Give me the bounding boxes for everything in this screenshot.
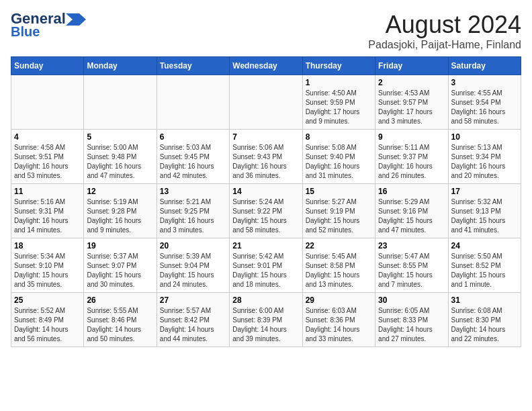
calendar-cell: 22Sunrise: 5:45 AM Sunset: 8:58 PM Dayli…	[302, 238, 375, 293]
col-monday: Monday	[84, 57, 157, 75]
day-number: 2	[378, 78, 445, 87]
calendar-cell: 26Sunrise: 5:55 AM Sunset: 8:46 PM Dayli…	[84, 293, 157, 347]
logo-arrow-icon	[66, 13, 86, 26]
day-info: Sunrise: 5:29 AM Sunset: 9:16 PM Dayligh…	[378, 197, 445, 235]
day-number: 22	[306, 241, 372, 250]
calendar-week-1: 4Sunrise: 4:58 AM Sunset: 9:51 PM Daylig…	[11, 130, 521, 184]
day-number: 15	[306, 187, 372, 196]
calendar-cell: 30Sunrise: 6:05 AM Sunset: 8:33 PM Dayli…	[375, 293, 448, 347]
day-info: Sunrise: 4:58 AM Sunset: 9:51 PM Dayligh…	[14, 143, 81, 181]
calendar-week-4: 25Sunrise: 5:52 AM Sunset: 8:49 PM Dayli…	[11, 293, 521, 347]
day-info: Sunrise: 5:24 AM Sunset: 9:22 PM Dayligh…	[232, 197, 299, 235]
day-number: 26	[87, 295, 153, 305]
calendar-table: Sunday Monday Tuesday Wednesday Thursday…	[11, 56, 521, 347]
day-info: Sunrise: 5:11 AM Sunset: 9:37 PM Dayligh…	[378, 143, 445, 181]
day-info: Sunrise: 5:00 AM Sunset: 9:48 PM Dayligh…	[87, 143, 153, 181]
day-number: 29	[306, 295, 372, 305]
day-info: Sunrise: 4:50 AM Sunset: 9:59 PM Dayligh…	[306, 89, 372, 126]
col-tuesday: Tuesday	[157, 57, 229, 75]
day-number: 9	[378, 132, 445, 142]
calendar-week-2: 11Sunrise: 5:16 AM Sunset: 9:31 PM Dayli…	[11, 184, 521, 238]
calendar-cell: 25Sunrise: 5:52 AM Sunset: 8:49 PM Dayli…	[11, 293, 84, 347]
col-wednesday: Wednesday	[230, 57, 302, 75]
calendar-cell	[157, 75, 229, 130]
day-number: 7	[232, 132, 299, 142]
title-block: August 2024 Padasjoki, Paijat-Hame, Finl…	[368, 11, 521, 51]
day-number: 8	[306, 132, 372, 142]
calendar-cell: 28Sunrise: 6:00 AM Sunset: 8:39 PM Dayli…	[230, 293, 302, 347]
calendar-cell	[84, 75, 157, 130]
day-number: 27	[160, 295, 226, 305]
calendar-cell: 21Sunrise: 5:42 AM Sunset: 9:01 PM Dayli…	[230, 238, 302, 293]
day-number: 20	[160, 241, 226, 250]
day-info: Sunrise: 5:03 AM Sunset: 9:45 PM Dayligh…	[160, 143, 226, 181]
day-number: 23	[378, 241, 445, 250]
calendar-cell: 17Sunrise: 5:32 AM Sunset: 9:13 PM Dayli…	[448, 184, 521, 238]
day-number: 12	[87, 187, 153, 196]
day-info: Sunrise: 4:53 AM Sunset: 9:57 PM Dayligh…	[378, 89, 445, 126]
calendar-cell: 15Sunrise: 5:27 AM Sunset: 9:19 PM Dayli…	[302, 184, 375, 238]
day-info: Sunrise: 6:08 AM Sunset: 8:30 PM Dayligh…	[451, 306, 518, 344]
day-number: 31	[451, 295, 518, 305]
calendar-cell: 13Sunrise: 5:21 AM Sunset: 9:25 PM Dayli…	[157, 184, 229, 238]
day-number: 18	[14, 241, 81, 250]
calendar-cell: 29Sunrise: 6:03 AM Sunset: 8:36 PM Dayli…	[302, 293, 375, 347]
day-number: 28	[232, 295, 299, 305]
calendar-cell	[230, 75, 302, 130]
day-number: 21	[232, 241, 299, 250]
day-number: 17	[451, 187, 518, 196]
day-number: 19	[87, 241, 153, 250]
calendar-cell: 5Sunrise: 5:00 AM Sunset: 9:48 PM Daylig…	[84, 130, 157, 184]
day-number: 13	[160, 187, 226, 196]
day-info: Sunrise: 5:19 AM Sunset: 9:28 PM Dayligh…	[87, 197, 153, 235]
calendar-cell: 11Sunrise: 5:16 AM Sunset: 9:31 PM Dayli…	[11, 184, 84, 238]
calendar-cell: 4Sunrise: 4:58 AM Sunset: 9:51 PM Daylig…	[11, 130, 84, 184]
calendar-cell: 3Sunrise: 4:55 AM Sunset: 9:54 PM Daylig…	[448, 75, 521, 130]
day-number: 10	[451, 132, 518, 142]
col-friday: Friday	[375, 57, 448, 75]
day-info: Sunrise: 5:34 AM Sunset: 9:10 PM Dayligh…	[14, 252, 81, 289]
calendar-cell: 24Sunrise: 5:50 AM Sunset: 8:52 PM Dayli…	[448, 238, 521, 293]
day-info: Sunrise: 5:47 AM Sunset: 8:55 PM Dayligh…	[378, 252, 445, 289]
calendar-cell: 14Sunrise: 5:24 AM Sunset: 9:22 PM Dayli…	[230, 184, 302, 238]
day-info: Sunrise: 6:00 AM Sunset: 8:39 PM Dayligh…	[232, 306, 299, 344]
calendar-week-3: 18Sunrise: 5:34 AM Sunset: 9:10 PM Dayli…	[11, 238, 521, 293]
day-number: 5	[87, 132, 153, 142]
location-subtitle: Padasjoki, Paijat-Hame, Finland	[368, 39, 521, 51]
calendar-cell: 20Sunrise: 5:39 AM Sunset: 9:04 PM Dayli…	[157, 238, 229, 293]
day-number: 24	[451, 241, 518, 250]
page-header: General Blue August 2024 Padasjoki, Paij…	[11, 11, 521, 51]
day-info: Sunrise: 5:50 AM Sunset: 8:52 PM Dayligh…	[451, 252, 518, 289]
calendar-cell: 10Sunrise: 5:13 AM Sunset: 9:34 PM Dayli…	[448, 130, 521, 184]
col-sunday: Sunday	[11, 57, 84, 75]
day-number: 3	[451, 78, 518, 87]
day-info: Sunrise: 5:16 AM Sunset: 9:31 PM Dayligh…	[14, 197, 81, 235]
day-info: Sunrise: 5:32 AM Sunset: 9:13 PM Dayligh…	[451, 197, 518, 235]
logo: General Blue	[11, 11, 86, 39]
day-number: 6	[160, 132, 226, 142]
calendar-cell: 9Sunrise: 5:11 AM Sunset: 9:37 PM Daylig…	[375, 130, 448, 184]
calendar-cell: 23Sunrise: 5:47 AM Sunset: 8:55 PM Dayli…	[375, 238, 448, 293]
day-info: Sunrise: 5:37 AM Sunset: 9:07 PM Dayligh…	[87, 252, 153, 289]
day-info: Sunrise: 6:05 AM Sunset: 8:33 PM Dayligh…	[378, 306, 445, 344]
calendar-cell	[11, 75, 84, 130]
day-info: Sunrise: 5:06 AM Sunset: 9:43 PM Dayligh…	[232, 143, 299, 181]
day-number: 11	[14, 187, 81, 196]
day-info: Sunrise: 5:21 AM Sunset: 9:25 PM Dayligh…	[160, 197, 226, 235]
calendar-cell: 19Sunrise: 5:37 AM Sunset: 9:07 PM Dayli…	[84, 238, 157, 293]
calendar-cell: 12Sunrise: 5:19 AM Sunset: 9:28 PM Dayli…	[84, 184, 157, 238]
calendar-cell: 8Sunrise: 5:08 AM Sunset: 9:40 PM Daylig…	[302, 130, 375, 184]
col-thursday: Thursday	[302, 57, 375, 75]
svg-marker-0	[66, 13, 86, 26]
day-info: Sunrise: 5:45 AM Sunset: 8:58 PM Dayligh…	[306, 252, 372, 289]
day-number: 14	[232, 187, 299, 196]
day-info: Sunrise: 6:03 AM Sunset: 8:36 PM Dayligh…	[306, 306, 372, 344]
day-info: Sunrise: 5:08 AM Sunset: 9:40 PM Dayligh…	[306, 143, 372, 181]
day-info: Sunrise: 5:57 AM Sunset: 8:42 PM Dayligh…	[160, 306, 226, 344]
day-info: Sunrise: 4:55 AM Sunset: 9:54 PM Dayligh…	[451, 89, 518, 126]
day-number: 1	[306, 78, 372, 87]
calendar-week-0: 1Sunrise: 4:50 AM Sunset: 9:59 PM Daylig…	[11, 75, 521, 130]
day-number: 4	[14, 132, 81, 142]
day-number: 25	[14, 295, 81, 305]
day-info: Sunrise: 5:27 AM Sunset: 9:19 PM Dayligh…	[306, 197, 372, 235]
